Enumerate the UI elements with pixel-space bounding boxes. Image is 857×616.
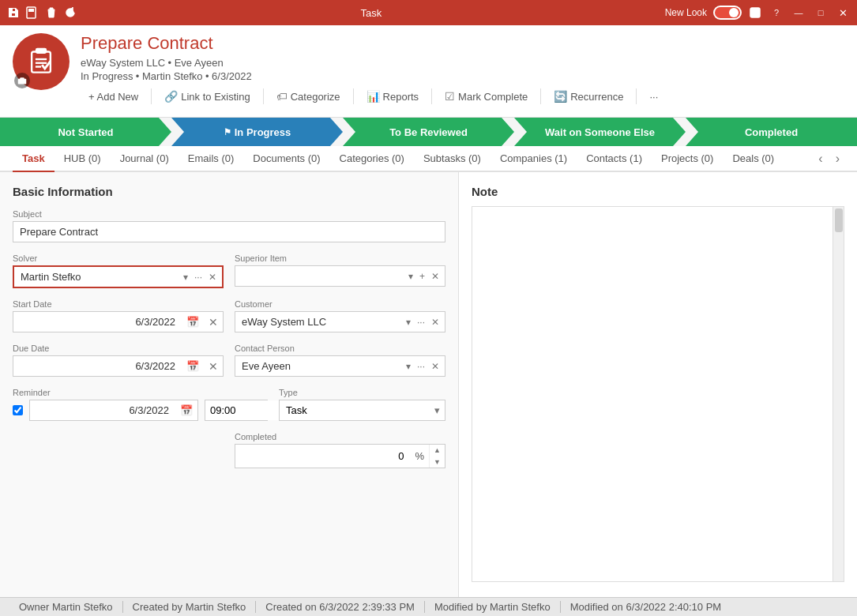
contact-person-input[interactable]: [235, 356, 400, 376]
start-date-input[interactable]: [13, 312, 182, 332]
minimize-button[interactable]: —: [791, 5, 806, 21]
start-date-clear-btn[interactable]: ✕: [204, 316, 223, 329]
completed-down-btn[interactable]: ▼: [431, 456, 443, 468]
reports-button[interactable]: 📊 Reports: [359, 87, 427, 106]
completed-input[interactable]: [235, 446, 411, 466]
tabs: Task HUB (0) Journal (0) Emails (0) Docu…: [0, 146, 857, 172]
header-info: Prepare Contract eWay System LLC • Eve A…: [81, 33, 844, 111]
step-not-started[interactable]: Not Started: [0, 118, 171, 146]
due-date-input[interactable]: [13, 356, 182, 376]
customer-more-btn[interactable]: ···: [415, 315, 427, 329]
recurrence-button[interactable]: 🔄 Recurrence: [546, 87, 631, 106]
close-button[interactable]: ✕: [835, 5, 851, 21]
tab-categories[interactable]: Categories (0): [330, 146, 414, 172]
note-scrollbar[interactable]: [833, 207, 844, 581]
reminder-row: 📅 ▲ ▼: [13, 400, 268, 421]
contact-more-btn[interactable]: ···: [415, 359, 427, 374]
subject-field: Subject: [13, 209, 445, 242]
customer-field: Customer ▾ ··· ✕: [235, 299, 445, 332]
superior-add-btn[interactable]: +: [417, 269, 427, 284]
tab-nav: ‹ ›: [814, 148, 844, 169]
tab-contacts[interactable]: Contacts (1): [577, 146, 652, 172]
due-date-calendar-icon[interactable]: 📅: [182, 360, 204, 372]
contact-dropdown-btn[interactable]: ▾: [404, 359, 413, 374]
progress-bar: Not Started ⚑ In Progress To Be Reviewed…: [0, 118, 857, 146]
statusbar-created-on: Created on 6/3/2022 2:39:33 PM: [256, 601, 425, 613]
svg-rect-6: [36, 47, 47, 53]
superior-clear-btn[interactable]: ✕: [429, 269, 442, 284]
superior-item-field: Superior Item ▾ + ✕: [235, 254, 445, 288]
start-date-calendar-icon[interactable]: 📅: [182, 316, 204, 328]
customer-dropdown-btn[interactable]: ▾: [404, 315, 413, 329]
toolbar-sep-2: [263, 88, 264, 104]
due-date-clear-btn[interactable]: ✕: [204, 360, 223, 373]
titlebar-title: Task: [77, 7, 665, 19]
chart-icon: 📊: [366, 90, 380, 103]
notification-icon[interactable]: [748, 6, 762, 20]
tab-documents[interactable]: Documents (0): [243, 146, 329, 172]
solver-dropdown-btn[interactable]: ▾: [181, 270, 190, 284]
superior-item-input-wrapper: ▾ + ✕: [235, 265, 445, 287]
solver-clear-btn[interactable]: ✕: [206, 270, 219, 284]
type-select[interactable]: Task: [280, 400, 430, 420]
step-wait-on-someone[interactable]: Wait on Someone Else: [514, 118, 686, 146]
tab-deals[interactable]: Deals (0): [723, 146, 784, 172]
superior-item-label: Superior Item: [235, 254, 445, 263]
add-new-button[interactable]: + Add New: [81, 88, 146, 106]
header-date: 6/3/2022: [212, 70, 252, 82]
reminder-date-input[interactable]: [30, 400, 175, 420]
superior-item-input[interactable]: [235, 266, 403, 286]
tab-projects[interactable]: Projects (0): [652, 146, 723, 172]
categorize-button[interactable]: 🏷 Categorize: [269, 87, 348, 106]
start-date-input-wrapper: 📅 ✕: [13, 311, 224, 332]
solver-name: Martin Stefko: [142, 70, 203, 82]
mark-complete-button[interactable]: ☑ Mark Complete: [437, 87, 536, 106]
camera-icon[interactable]: [14, 73, 30, 88]
reminder-field: Reminder 📅 ▲ ▼: [13, 388, 268, 421]
tab-journal[interactable]: Journal (0): [111, 146, 179, 172]
tab-task[interactable]: Task: [13, 146, 55, 172]
refresh-icon[interactable]: [63, 6, 77, 20]
reminder-checkbox[interactable]: [13, 405, 23, 415]
save-all-icon[interactable]: [25, 6, 39, 20]
header: Prepare Contract eWay System LLC • Eve A…: [0, 25, 857, 118]
step-in-progress-label: In Progress: [235, 126, 291, 138]
contact-clear-btn[interactable]: ✕: [429, 359, 442, 374]
reminder-calendar-icon[interactable]: 📅: [175, 404, 197, 416]
completed-spacer: [13, 432, 224, 468]
completed-field: Completed % ▲ ▼: [235, 432, 445, 468]
superior-dropdown-btn[interactable]: ▾: [406, 269, 415, 284]
solver-label: Solver: [13, 254, 224, 263]
save-icon[interactable]: [6, 6, 21, 20]
maximize-button[interactable]: □: [813, 5, 829, 21]
completed-up-btn[interactable]: ▲: [431, 445, 443, 456]
tab-emails[interactable]: Emails (0): [179, 146, 244, 172]
customer-input[interactable]: [235, 312, 400, 332]
tab-prev-button[interactable]: ‹: [814, 148, 827, 169]
customer-clear-btn[interactable]: ✕: [429, 315, 442, 329]
solver-more-btn[interactable]: ···: [192, 270, 205, 284]
tag-icon: 🏷: [276, 90, 288, 103]
note-area[interactable]: [472, 206, 844, 582]
more-button[interactable]: ···: [641, 88, 666, 106]
subject-input[interactable]: [13, 221, 445, 242]
link-to-existing-button[interactable]: 🔗 Link to Existing: [156, 87, 257, 106]
solver-actions: ▾ ··· ✕: [178, 270, 222, 284]
due-date-field: Due Date 📅 ✕: [13, 344, 224, 377]
tab-companies[interactable]: Companies (1): [491, 146, 577, 172]
toolbar-sep-6: [636, 88, 637, 104]
step-completed[interactable]: Completed: [686, 118, 857, 146]
toolbar: + Add New 🔗 Link to Existing 🏷 Categoriz…: [81, 82, 844, 111]
help-button[interactable]: ?: [769, 5, 784, 21]
type-label: Type: [279, 388, 445, 397]
reminder-time-wrapper: ▲ ▼: [205, 400, 268, 421]
tab-next-button[interactable]: ›: [831, 148, 844, 169]
reminder-type-row: Reminder 📅 ▲ ▼: [13, 388, 445, 421]
step-to-be-reviewed[interactable]: To Be Reviewed: [343, 118, 514, 146]
delete-icon[interactable]: [44, 6, 58, 20]
solver-input[interactable]: [14, 267, 178, 287]
tab-hub[interactable]: HUB (0): [55, 146, 111, 172]
new-look-toggle[interactable]: [713, 6, 742, 20]
step-in-progress[interactable]: ⚑ In Progress: [171, 118, 343, 146]
tab-subtasks[interactable]: Subtasks (0): [414, 146, 491, 172]
